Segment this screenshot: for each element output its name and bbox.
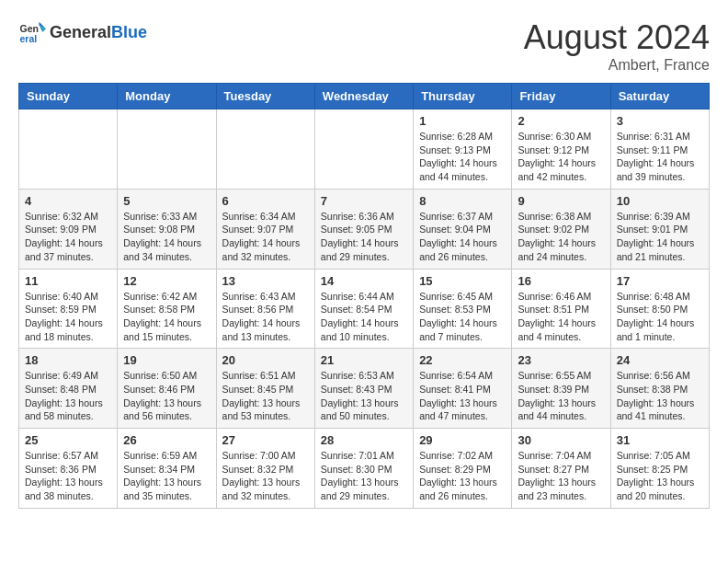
- day-number: 9: [518, 194, 604, 208]
- day-info: Sunrise: 6:53 AM Sunset: 8:43 PM Dayligh…: [321, 369, 407, 423]
- day-info: Sunrise: 6:40 AM Sunset: 8:59 PM Dayligh…: [25, 290, 111, 344]
- day-number: 17: [617, 274, 703, 288]
- calendar-header-row: SundayMondayTuesdayWednesdayThursdayFrid…: [19, 84, 710, 109]
- calendar-day-cell: 20Sunrise: 6:51 AM Sunset: 8:45 PM Dayli…: [216, 349, 314, 429]
- day-number: 22: [419, 353, 506, 367]
- calendar-day-cell: 16Sunrise: 6:46 AM Sunset: 8:51 PM Dayli…: [512, 269, 610, 349]
- logo: Gen eral GeneralBlue: [18, 18, 147, 46]
- day-info: Sunrise: 6:39 AM Sunset: 9:01 PM Dayligh…: [617, 210, 703, 264]
- calendar-day-cell: 18Sunrise: 6:49 AM Sunset: 8:48 PM Dayli…: [19, 349, 118, 429]
- calendar-day-cell: 21Sunrise: 6:53 AM Sunset: 8:43 PM Dayli…: [314, 349, 413, 429]
- day-info: Sunrise: 6:54 AM Sunset: 8:41 PM Dayligh…: [419, 369, 506, 423]
- calendar-day-cell: [314, 109, 413, 190]
- calendar-week-row: 18Sunrise: 6:49 AM Sunset: 8:48 PM Dayli…: [19, 349, 710, 429]
- day-info: Sunrise: 6:28 AM Sunset: 9:13 PM Dayligh…: [419, 130, 506, 184]
- day-number: 8: [419, 194, 506, 208]
- day-info: Sunrise: 6:50 AM Sunset: 8:46 PM Dayligh…: [123, 369, 210, 423]
- weekday-header: Wednesday: [314, 84, 413, 109]
- title-block: August 2024 Ambert, France: [524, 18, 710, 74]
- day-info: Sunrise: 6:45 AM Sunset: 8:53 PM Dayligh…: [419, 290, 506, 344]
- calendar-day-cell: 2Sunrise: 6:30 AM Sunset: 9:12 PM Daylig…: [512, 109, 610, 190]
- day-number: 4: [25, 194, 111, 208]
- day-info: Sunrise: 6:33 AM Sunset: 9:08 PM Dayligh…: [123, 210, 210, 264]
- day-number: 27: [222, 433, 309, 447]
- day-number: 21: [321, 353, 407, 367]
- day-info: Sunrise: 6:57 AM Sunset: 8:36 PM Dayligh…: [25, 449, 111, 503]
- calendar-day-cell: 15Sunrise: 6:45 AM Sunset: 8:53 PM Dayli…: [414, 269, 512, 349]
- calendar-week-row: 4Sunrise: 6:32 AM Sunset: 9:09 PM Daylig…: [19, 189, 710, 269]
- calendar-day-cell: 10Sunrise: 6:39 AM Sunset: 9:01 PM Dayli…: [610, 189, 709, 269]
- day-number: 16: [518, 274, 604, 288]
- calendar-day-cell: 26Sunrise: 6:59 AM Sunset: 8:34 PM Dayli…: [118, 429, 216, 509]
- day-info: Sunrise: 6:55 AM Sunset: 8:39 PM Dayligh…: [518, 369, 604, 423]
- calendar-day-cell: 27Sunrise: 7:00 AM Sunset: 8:32 PM Dayli…: [216, 429, 314, 509]
- calendar-week-row: 11Sunrise: 6:40 AM Sunset: 8:59 PM Dayli…: [19, 269, 710, 349]
- day-info: Sunrise: 6:38 AM Sunset: 9:02 PM Dayligh…: [518, 210, 604, 264]
- calendar-day-cell: 22Sunrise: 6:54 AM Sunset: 8:41 PM Dayli…: [414, 349, 512, 429]
- calendar-day-cell: 28Sunrise: 7:01 AM Sunset: 8:30 PM Dayli…: [314, 429, 413, 509]
- day-info: Sunrise: 6:30 AM Sunset: 9:12 PM Dayligh…: [518, 130, 604, 184]
- calendar-day-cell: 7Sunrise: 6:36 AM Sunset: 9:05 PM Daylig…: [314, 189, 413, 269]
- calendar-day-cell: 17Sunrise: 6:48 AM Sunset: 8:50 PM Dayli…: [610, 269, 709, 349]
- location: Ambert, France: [524, 57, 710, 74]
- day-info: Sunrise: 6:49 AM Sunset: 8:48 PM Dayligh…: [25, 369, 111, 423]
- calendar-day-cell: 30Sunrise: 7:04 AM Sunset: 8:27 PM Dayli…: [512, 429, 610, 509]
- day-number: 24: [617, 353, 703, 367]
- page-header: Gen eral GeneralBlue August 2024 Ambert,…: [18, 18, 710, 74]
- calendar-day-cell: 13Sunrise: 6:43 AM Sunset: 8:56 PM Dayli…: [216, 269, 314, 349]
- weekday-header: Tuesday: [216, 84, 314, 109]
- calendar-day-cell: 25Sunrise: 6:57 AM Sunset: 8:36 PM Dayli…: [19, 429, 118, 509]
- day-number: 18: [25, 353, 111, 367]
- day-number: 2: [518, 114, 604, 128]
- calendar-day-cell: 12Sunrise: 6:42 AM Sunset: 8:58 PM Dayli…: [118, 269, 216, 349]
- logo-icon: Gen eral: [18, 18, 46, 46]
- day-info: Sunrise: 7:01 AM Sunset: 8:30 PM Dayligh…: [321, 449, 407, 503]
- calendar-day-cell: 23Sunrise: 6:55 AM Sunset: 8:39 PM Dayli…: [512, 349, 610, 429]
- day-info: Sunrise: 7:04 AM Sunset: 8:27 PM Dayligh…: [518, 449, 604, 503]
- calendar-day-cell: 6Sunrise: 6:34 AM Sunset: 9:07 PM Daylig…: [216, 189, 314, 269]
- day-number: 26: [123, 433, 210, 447]
- calendar-week-row: 1Sunrise: 6:28 AM Sunset: 9:13 PM Daylig…: [19, 109, 710, 190]
- day-info: Sunrise: 6:34 AM Sunset: 9:07 PM Dayligh…: [222, 210, 309, 264]
- day-number: 12: [123, 274, 210, 288]
- weekday-header: Saturday: [610, 84, 709, 109]
- day-info: Sunrise: 6:51 AM Sunset: 8:45 PM Dayligh…: [222, 369, 309, 423]
- calendar-day-cell: 14Sunrise: 6:44 AM Sunset: 8:54 PM Dayli…: [314, 269, 413, 349]
- day-info: Sunrise: 6:59 AM Sunset: 8:34 PM Dayligh…: [123, 449, 210, 503]
- logo-text-block: GeneralBlue: [50, 23, 147, 42]
- day-info: Sunrise: 7:00 AM Sunset: 8:32 PM Dayligh…: [222, 449, 309, 503]
- day-number: 13: [222, 274, 309, 288]
- day-number: 31: [617, 433, 703, 447]
- day-number: 20: [222, 353, 309, 367]
- calendar-day-cell: [19, 109, 118, 190]
- svg-text:eral: eral: [20, 33, 38, 44]
- day-info: Sunrise: 6:56 AM Sunset: 8:38 PM Dayligh…: [617, 369, 703, 423]
- day-info: Sunrise: 6:37 AM Sunset: 9:04 PM Dayligh…: [419, 210, 506, 264]
- day-info: Sunrise: 6:43 AM Sunset: 8:56 PM Dayligh…: [222, 290, 309, 344]
- calendar-day-cell: 4Sunrise: 6:32 AM Sunset: 9:09 PM Daylig…: [19, 189, 118, 269]
- calendar-day-cell: 31Sunrise: 7:05 AM Sunset: 8:25 PM Dayli…: [610, 429, 709, 509]
- day-number: 7: [321, 194, 407, 208]
- calendar-day-cell: [216, 109, 314, 190]
- day-info: Sunrise: 6:36 AM Sunset: 9:05 PM Dayligh…: [321, 210, 407, 264]
- day-info: Sunrise: 6:46 AM Sunset: 8:51 PM Dayligh…: [518, 290, 604, 344]
- day-number: 5: [123, 194, 210, 208]
- weekday-header: Thursday: [414, 84, 512, 109]
- day-info: Sunrise: 7:02 AM Sunset: 8:29 PM Dayligh…: [419, 449, 506, 503]
- day-info: Sunrise: 6:31 AM Sunset: 9:11 PM Dayligh…: [617, 130, 703, 184]
- calendar-day-cell: 8Sunrise: 6:37 AM Sunset: 9:04 PM Daylig…: [414, 189, 512, 269]
- day-info: Sunrise: 7:05 AM Sunset: 8:25 PM Dayligh…: [617, 449, 703, 503]
- month-year: August 2024: [524, 18, 710, 57]
- logo-general: General: [50, 23, 111, 41]
- day-number: 14: [321, 274, 407, 288]
- day-number: 10: [617, 194, 703, 208]
- calendar-day-cell: 11Sunrise: 6:40 AM Sunset: 8:59 PM Dayli…: [19, 269, 118, 349]
- calendar-day-cell: 24Sunrise: 6:56 AM Sunset: 8:38 PM Dayli…: [610, 349, 709, 429]
- calendar-day-cell: 29Sunrise: 7:02 AM Sunset: 8:29 PM Dayli…: [414, 429, 512, 509]
- day-info: Sunrise: 6:32 AM Sunset: 9:09 PM Dayligh…: [25, 210, 111, 264]
- day-number: 15: [419, 274, 506, 288]
- day-number: 11: [25, 274, 111, 288]
- day-number: 3: [617, 114, 703, 128]
- day-number: 19: [123, 353, 210, 367]
- logo-blue: Blue: [111, 23, 147, 41]
